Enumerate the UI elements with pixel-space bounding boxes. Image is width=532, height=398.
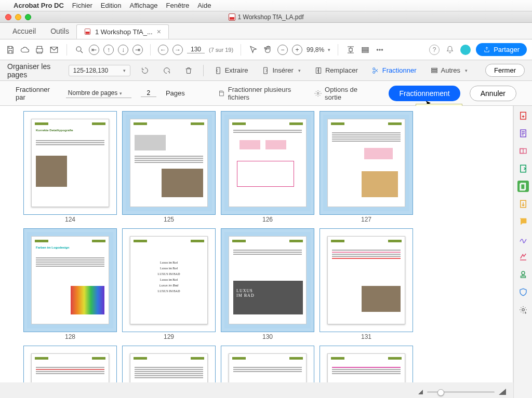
menu-file[interactable]: Fichier — [72, 2, 92, 9]
save-icon[interactable] — [5, 45, 16, 55]
svg-rect-16 — [520, 149, 523, 154]
menu-view[interactable]: Affichage — [130, 2, 158, 9]
page-range-dropdown[interactable]: 125-128,130 — [69, 65, 130, 76]
rotate-cw-button[interactable] — [159, 65, 174, 76]
thumbnail-zoom-slider[interactable] — [427, 391, 495, 393]
replace-button[interactable]: Remplacer — [311, 65, 361, 76]
split-action-button[interactable]: Fractionnement — [389, 86, 460, 101]
svg-point-7 — [373, 67, 375, 70]
protect-tool-icon[interactable] — [517, 286, 529, 298]
menu-window[interactable]: Fenêtre — [166, 2, 190, 9]
home-tab[interactable]: Accueil — [5, 23, 43, 39]
fill-sign-tool-icon[interactable] — [517, 198, 529, 210]
menu-help[interactable]: Aide — [197, 2, 211, 9]
create-pdf-tool-icon[interactable] — [517, 110, 529, 121]
search-icon[interactable] — [74, 45, 85, 55]
zoom-small-icon[interactable] — [418, 390, 423, 394]
more-tools-icon[interactable] — [375, 45, 385, 55]
prev-page-icon[interactable]: ← — [158, 45, 168, 55]
svg-point-22 — [522, 309, 524, 311]
page-number-label: 124 — [65, 216, 75, 223]
page-number-input[interactable] — [187, 46, 205, 53]
share-button[interactable]: Partager — [476, 43, 527, 56]
page-thumbnail[interactable]: Farben im Logodesign128 — [21, 228, 119, 340]
next-page-icon[interactable]: → — [172, 45, 183, 55]
page-number-label: 131 — [361, 333, 371, 340]
page-thumbnail[interactable]: 126 — [218, 111, 317, 223]
sign-tool-icon[interactable] — [517, 234, 529, 245]
page-down-icon[interactable]: ↓ — [118, 45, 128, 55]
user-avatar[interactable] — [460, 45, 471, 55]
more-tools-rail-icon[interactable] — [517, 304, 529, 315]
page-thumbnail[interactable]: 131 — [317, 228, 416, 340]
document-tabs: Accueil Outils 1 Workshop TfA_... × — [0, 23, 532, 39]
page-thumbnail[interactable]: 125 — [119, 111, 218, 223]
comment-tool-icon[interactable] — [517, 216, 529, 227]
svg-rect-2 — [362, 49, 368, 50]
split-by-label: Fractionner par — [16, 86, 57, 101]
page-number-label: 126 — [262, 216, 273, 223]
extract-button[interactable]: Extraire — [211, 65, 251, 76]
tools-tab[interactable]: Outils — [43, 23, 76, 39]
close-tab-icon[interactable]: × — [157, 28, 161, 36]
zoom-in-icon[interactable]: + — [292, 45, 302, 55]
insert-button[interactable]: Insérer — [258, 65, 303, 76]
print-icon[interactable] — [34, 45, 45, 55]
document-tab[interactable]: 1 Workshop TfA_... × — [76, 24, 169, 39]
svg-rect-11 — [431, 72, 437, 73]
organize-title: Organiser les pages — [7, 62, 61, 79]
page-thumbnail[interactable]: Korrekte Detailtypografie124 — [21, 111, 119, 223]
mac-menubar: Acrobat Pro DC Fichier Edition Affichage… — [0, 0, 532, 11]
svg-point-8 — [373, 71, 375, 73]
svg-point-6 — [381, 49, 382, 50]
last-page-icon[interactable]: ⇥ — [132, 45, 143, 55]
page-thumbnail[interactable]: LUXUSIM BAD130 — [218, 228, 317, 340]
stamp-tool-icon[interactable] — [517, 269, 529, 280]
delete-pages-button[interactable] — [181, 65, 196, 76]
rotate-ccw-button[interactable] — [138, 65, 152, 76]
pages-unit-label: Pages — [166, 89, 185, 97]
split-button[interactable]: Fractionner — [368, 65, 420, 76]
fit-width-icon[interactable] — [345, 45, 356, 55]
mail-icon[interactable] — [49, 45, 59, 55]
page-thumbnail[interactable]: Luxus im BadLuxus im BadLUXUS IM BADLuxu… — [119, 228, 218, 340]
cancel-button[interactable]: Annuler — [470, 86, 516, 101]
measure-tool-icon[interactable] — [517, 251, 529, 263]
more-button[interactable]: Autres — [427, 65, 471, 76]
app-name[interactable]: Acrobat Pro DC — [14, 2, 64, 9]
svg-point-21 — [522, 271, 525, 275]
organize-pages-tool-icon[interactable] — [517, 181, 529, 192]
thumbnail-zoom — [418, 389, 506, 395]
edit-pdf-tool-icon[interactable] — [517, 128, 529, 139]
split-multiple-button[interactable]: Fractionner plusieurs fichiers — [218, 86, 305, 101]
output-options-button[interactable]: Options de sortie — [314, 86, 370, 101]
page-thumbnail[interactable] — [21, 346, 119, 382]
page-thumbnails-area[interactable]: Korrekte Detailtypografie124125126127Far… — [0, 106, 513, 382]
organize-pages-bar: Organiser les pages 125-128,130 Extraire… — [0, 60, 532, 81]
close-organize-button[interactable]: Fermer — [485, 64, 525, 77]
split-mode-dropdown[interactable]: Nombre de pages — [66, 88, 131, 98]
zoom-out-icon[interactable]: − — [277, 45, 288, 55]
zoom-level[interactable]: 99,8% — [307, 46, 330, 53]
page-number-label: 129 — [164, 333, 174, 340]
window-title-text: 1 Workshop TfA_LA.pdf — [238, 13, 304, 21]
view-mode-icon[interactable] — [360, 45, 370, 55]
cloud-icon[interactable] — [20, 45, 30, 55]
menu-edit[interactable]: Edition — [101, 2, 122, 9]
page-up-icon[interactable]: ↑ — [103, 45, 114, 55]
first-page-icon[interactable]: ⇤ — [89, 45, 99, 55]
page-thumbnail[interactable] — [218, 346, 317, 382]
select-tool-icon[interactable] — [248, 45, 259, 55]
page-thumbnail[interactable]: 127 — [317, 111, 416, 223]
window-titlebar: 1 Workshop TfA_LA.pdf — [0, 11, 532, 23]
combine-tool-icon[interactable] — [517, 163, 529, 174]
page-thumbnail[interactable] — [317, 346, 416, 382]
export-pdf-tool-icon[interactable] — [517, 145, 529, 157]
zoom-large-icon[interactable] — [499, 389, 506, 395]
hand-tool-icon[interactable] — [263, 45, 273, 55]
page-count-label: (7 sur 19) — [209, 47, 233, 53]
help-icon[interactable]: ? — [429, 45, 440, 55]
page-thumbnail[interactable] — [119, 346, 218, 382]
notifications-icon[interactable] — [445, 45, 455, 55]
split-count-input[interactable] — [141, 89, 156, 97]
